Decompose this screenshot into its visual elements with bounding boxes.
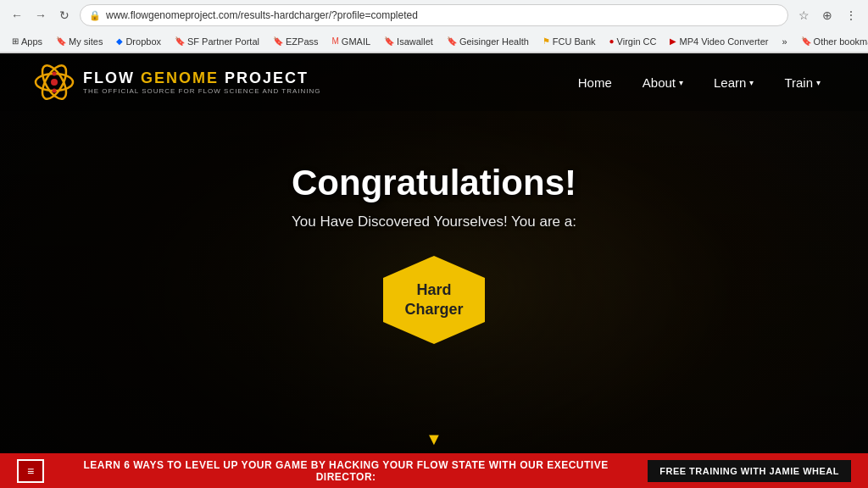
banner-text: LEARN 6 WAYS TO LEVEL UP YOUR GAME BY HA… (61, 459, 631, 483)
bookmark-apps[interactable]: ⊞ Apps (7, 35, 47, 48)
nav-train[interactable]: Train ▾ (771, 70, 834, 95)
refresh-button[interactable]: ↻ (54, 5, 75, 25)
navbar: FLOW GENOME PROJECT THE OFFICIAL SOURCE … (0, 53, 868, 111)
geisinger-icon: 🔖 (447, 36, 457, 46)
badge-container: Hard Charger (222, 256, 646, 344)
congratulations-title: Congratulations! (222, 163, 646, 203)
bookmark-more[interactable]: » (776, 35, 792, 48)
back-button[interactable]: ← (7, 5, 27, 25)
browser-toolbar: ← → ↻ 🔒 www.flowgenomeproject.com/result… (0, 0, 868, 30)
nav-learn[interactable]: Learn ▾ (700, 70, 767, 95)
bookmark-mysites[interactable]: 🔖 My sites (51, 35, 108, 48)
bookmark-sf[interactable]: 🔖 SF Partner Portal (170, 35, 264, 48)
badge-text: Hard Charger (404, 280, 463, 320)
train-chevron: ▾ (816, 78, 821, 87)
svg-point-4 (53, 72, 57, 76)
apps-icon: ⊞ (12, 36, 19, 46)
other-icon: 🔖 (801, 36, 811, 46)
logo-icon (34, 62, 75, 103)
congrats-subtitle: You Have Discovered Yourselves! You are … (222, 214, 646, 230)
bookmark-mp4[interactable]: ▶ MP4 Video Converter (665, 35, 773, 48)
nav-buttons: ← → ↻ (7, 5, 75, 25)
address-bar[interactable]: 🔒 www.flowgenomeproject.com/results-hard… (80, 4, 788, 26)
bottom-banner: ≡ LEARN 6 WAYS TO LEVEL UP YOUR GAME BY … (0, 453, 868, 488)
svg-point-3 (51, 79, 58, 86)
bookmark-virgin[interactable]: ● Virgin CC (604, 35, 662, 48)
nav-links: Home About ▾ Learn ▾ Train ▾ (565, 70, 834, 95)
hero-content: Congratulations! You Have Discovered You… (222, 163, 646, 344)
isawallet-icon: 🔖 (384, 36, 394, 46)
sf-icon: 🔖 (175, 36, 185, 46)
star-button[interactable]: ☆ (793, 5, 814, 25)
logo-area[interactable]: FLOW GENOME PROJECT THE OFFICIAL SOURCE … (34, 62, 321, 103)
gmail-icon: M (332, 36, 339, 46)
logo-text: FLOW GENOME PROJECT THE OFFICIAL SOURCE … (83, 69, 321, 95)
about-chevron: ▾ (679, 78, 683, 87)
profile-badge[interactable]: Hard Charger (383, 256, 485, 344)
bookmark-other[interactable]: 🔖 Other bookmarks (796, 35, 868, 48)
scroll-arrow[interactable]: ▼ (426, 430, 442, 449)
mp4-icon: ▶ (670, 36, 676, 46)
virgin-icon: ● (609, 36, 615, 46)
lock-icon: 🔒 (89, 10, 101, 21)
url-text: www.flowgenomeproject.com/results-hardch… (106, 9, 418, 21)
forward-button[interactable]: → (31, 5, 51, 25)
bookmarks-bar: ⊞ Apps 🔖 My sites ◆ Dropbox 🔖 SF Partner… (0, 30, 868, 53)
nav-about[interactable]: About ▾ (629, 70, 697, 95)
logo-brand: FLOW GENOME PROJECT (83, 69, 321, 87)
mysites-icon: 🔖 (56, 36, 66, 46)
browser-chrome: ← → ↻ 🔒 www.flowgenomeproject.com/result… (0, 0, 868, 53)
logo-tagline: THE OFFICIAL SOURCE FOR FLOW SCIENCE AND… (83, 87, 321, 95)
website-content: FLOW GENOME PROJECT THE OFFICIAL SOURCE … (0, 53, 868, 488)
bookmark-fcu[interactable]: ⚑ FCU Bank (537, 35, 601, 48)
hero-section: FLOW GENOME PROJECT THE OFFICIAL SOURCE … (0, 53, 868, 453)
nav-home[interactable]: Home (565, 70, 626, 95)
bookmark-gmail[interactable]: M GMAIL (327, 35, 376, 48)
fcu-icon: ⚑ (542, 36, 550, 46)
svg-point-5 (53, 89, 57, 93)
bookmark-isawallet[interactable]: 🔖 Isawallet (379, 35, 438, 48)
ezpass-icon: 🔖 (273, 36, 283, 46)
browser-actions: ☆ ⊕ ⋮ (793, 5, 861, 25)
bookmark-geisinger[interactable]: 🔖 Geisinger Health (442, 35, 534, 48)
dropbox-icon: ◆ (116, 36, 123, 46)
banner-cta-button[interactable]: FREE TRAINING WITH JAMIE WHEAL (648, 460, 851, 482)
bookmark-dropbox[interactable]: ◆ Dropbox (111, 35, 166, 48)
menu-button[interactable]: ⋮ (841, 5, 861, 25)
bookmark-ezpass[interactable]: 🔖 EZPass (268, 35, 324, 48)
extension-button[interactable]: ⊕ (817, 5, 837, 25)
learn-chevron: ▾ (749, 78, 754, 87)
banner-logo-icon: ≡ (17, 459, 44, 483)
